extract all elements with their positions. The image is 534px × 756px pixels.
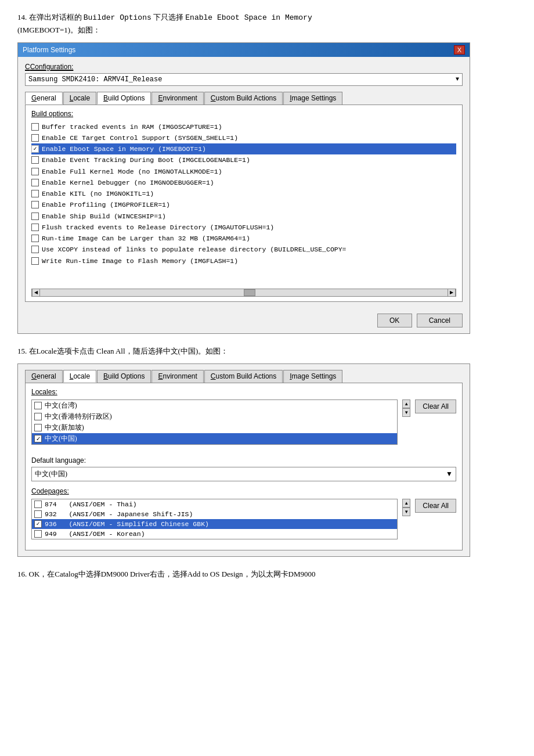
default-lang-value: 中文(中国) bbox=[35, 469, 67, 479]
section14-text3: (IMGEBOOT=1)。如图： bbox=[17, 26, 100, 34]
locale-item-singapore[interactable]: 中文(新加坡) bbox=[32, 422, 397, 433]
locale-scroll-down-icon[interactable]: ▼ bbox=[403, 408, 410, 416]
locale-label-taiwan: 中文(台湾) bbox=[45, 401, 77, 410]
locale-checkbox-hongkong[interactable] bbox=[34, 413, 42, 420]
locale-tab-locale[interactable]: Locale bbox=[63, 370, 96, 383]
codepages-scroll-up-icon[interactable]: ▲ bbox=[403, 499, 410, 507]
tab-locale[interactable]: Locale bbox=[63, 92, 96, 105]
option-row-1[interactable]: Buffer tracked events in RAM (IMGOSCAPTU… bbox=[31, 121, 456, 132]
locale-item-china[interactable]: ✓ 中文(中国) bbox=[32, 433, 397, 444]
tab-content-build-options: Build options: Buffer tracked events in … bbox=[25, 105, 463, 302]
horizontal-scrollbar[interactable]: ◀ ▶ bbox=[31, 289, 456, 297]
default-lang-label: Default language: bbox=[31, 456, 456, 465]
section14-text2: 下只选择 bbox=[153, 13, 183, 21]
codepages-scrollbar[interactable]: ▲ ▼ bbox=[402, 499, 410, 516]
locale-scroll-up-icon[interactable]: ▲ bbox=[403, 400, 410, 408]
option-row-11[interactable]: Run-time Image Can be Larger than 32 MB … bbox=[31, 233, 456, 244]
checkbox-13[interactable] bbox=[31, 257, 39, 265]
codepage-item-874[interactable]: 874 (ANSI/OEM - Thai) bbox=[32, 499, 397, 509]
tab-custom-build[interactable]: Custom Build Actions bbox=[204, 92, 283, 105]
clear-all-codepages-button[interactable]: Clear All bbox=[415, 499, 456, 513]
checkbox-7[interactable] bbox=[31, 190, 39, 197]
section15-text: 15. 在Locale选项卡点击 Clean All，随后选择中文(中国)。如图… bbox=[17, 345, 517, 358]
checkbox-1[interactable] bbox=[31, 123, 39, 131]
default-lang-dropdown[interactable]: 中文(中国) ▼ bbox=[31, 467, 456, 481]
codepage-checkbox-936[interactable]: ✓ bbox=[34, 520, 42, 528]
codepage-label-949: 949 (ANSI/OEM - Korean) bbox=[45, 530, 145, 538]
checkbox-8[interactable] bbox=[31, 201, 39, 208]
locale-tab-image-settings[interactable]: Image Settings bbox=[283, 370, 342, 383]
option-row-8[interactable]: Enable Profiling (IMGPROFILER=1) bbox=[31, 199, 456, 210]
option-row-12[interactable]: Use XCOPY instead of links to populate r… bbox=[31, 244, 456, 255]
locale-item-hongkong[interactable]: 中文(香港特别行政区) bbox=[32, 411, 397, 422]
scroll-left-icon[interactable]: ◀ bbox=[32, 289, 40, 297]
codepage-checkbox-949[interactable] bbox=[34, 530, 42, 538]
option-label-13: Write Run-time Image to Flash Memory (IM… bbox=[42, 256, 238, 266]
option-row-9[interactable]: Enable Ship Build (WINCESHIP=1) bbox=[31, 211, 456, 222]
locale-tab-environment[interactable]: Environment bbox=[151, 370, 203, 383]
locale-label-singapore: 中文(新加坡) bbox=[45, 423, 84, 432]
checkbox-3[interactable]: ✓ bbox=[31, 145, 39, 153]
option-label-12: Use XCOPY instead of links to populate r… bbox=[42, 244, 347, 254]
tab-environment[interactable]: Environment bbox=[151, 92, 203, 105]
config-label: CConfiguration: bbox=[25, 63, 463, 71]
option-label-5: Enable Full Kernel Mode (no IMGNOTALLKMO… bbox=[42, 167, 222, 177]
scroll-right-icon[interactable]: ▶ bbox=[448, 289, 456, 297]
locale-checkbox-taiwan[interactable] bbox=[34, 402, 42, 409]
cancel-button[interactable]: Cancel bbox=[417, 314, 463, 327]
tab-image-settings[interactable]: Image Settings bbox=[283, 92, 342, 105]
close-button[interactable]: X bbox=[454, 45, 465, 55]
checkbox-4[interactable] bbox=[31, 156, 39, 164]
options-list: Buffer tracked events in RAM (IMGOSCAPTU… bbox=[31, 121, 456, 267]
checkbox-10[interactable] bbox=[31, 224, 39, 231]
option-label-6: Enable Kernel Debugger (no IMGNODEBUGGER… bbox=[42, 178, 214, 188]
codepage-checkbox-932[interactable] bbox=[34, 510, 42, 518]
checkbox-9[interactable] bbox=[31, 213, 39, 220]
locale-tab-build-options[interactable]: Build Options bbox=[97, 370, 151, 383]
locale-checkbox-china[interactable]: ✓ bbox=[34, 435, 42, 442]
option-label-4: Enable Event Tracking During Boot (IMGCE… bbox=[42, 155, 250, 165]
build-options-label: Build options: bbox=[31, 110, 456, 118]
option-row-6[interactable]: Enable Kernel Debugger (no IMGNODEBUGGER… bbox=[31, 177, 456, 188]
option-row-5[interactable]: Enable Full Kernel Mode (no IMGNOTALLKMO… bbox=[31, 166, 456, 177]
locale-dialog: General Locale Build Options Environment… bbox=[17, 363, 470, 557]
option-label-8: Enable Profiling (IMGPROFILER=1) bbox=[42, 200, 170, 210]
codepage-checkbox-874[interactable] bbox=[34, 501, 42, 508]
section16-text: 16. OK，在Catalog中选择DM9000 Driver右击，选择Add … bbox=[17, 568, 517, 581]
locale-label-hongkong: 中文(香港特别行政区) bbox=[45, 412, 112, 421]
dialog-footer: OK Cancel bbox=[18, 308, 470, 333]
locale-tab-custom-build[interactable]: Custom Build Actions bbox=[204, 370, 283, 383]
option-row-10[interactable]: Flush tracked events to Release Director… bbox=[31, 222, 456, 233]
scroll-thumb bbox=[244, 289, 255, 296]
clear-all-locales-button[interactable]: Clear All bbox=[415, 399, 456, 413]
locale-checkbox-singapore[interactable] bbox=[34, 424, 42, 431]
tab-general[interactable]: General bbox=[25, 92, 63, 105]
section14-text: 14. 在弹出对话框的 Builder Options 下只选择 Enable … bbox=[17, 12, 517, 37]
checkbox-6[interactable] bbox=[31, 179, 39, 186]
checkbox-11[interactable] bbox=[31, 235, 39, 242]
section14-intro: 14. 在弹出对话框的 bbox=[17, 13, 82, 21]
option-row-13[interactable]: Write Run-time Image to Flash Memory (IM… bbox=[31, 255, 456, 267]
locale-item-taiwan[interactable]: 中文(台湾) bbox=[32, 400, 397, 411]
locale-tabs-container: General Locale Build Options Environment… bbox=[25, 370, 463, 383]
locale-list-container: 中文(台湾) 中文(香港特别行政区) 中文(新加坡) ✓ 中文(中国) bbox=[31, 399, 456, 445]
option-label-3: Enable Eboot Space in Memory (IMGEBOOT=1… bbox=[42, 144, 206, 154]
checkbox-12[interactable] bbox=[31, 246, 39, 253]
option-row-4[interactable]: Enable Event Tracking During Boot (IMGCE… bbox=[31, 154, 456, 165]
codepage-label-936: 936 (ANSI/OEM - Simplified Chinese GBK) bbox=[45, 520, 209, 528]
option-row-2[interactable]: Enable CE Target Control Support (SYSGEN… bbox=[31, 132, 456, 143]
platform-settings-dialog: Platform Settings X CConfiguration: Sams… bbox=[17, 42, 470, 334]
codepages-scroll-down-icon[interactable]: ▼ bbox=[403, 507, 410, 516]
codepage-item-949[interactable]: 949 (ANSI/OEM - Korean) bbox=[32, 529, 397, 539]
option-row-7[interactable]: Enable KITL (no IMGNOKITL=1) bbox=[31, 188, 456, 199]
config-dropdown[interactable]: Samsung SMDK2410: ARMV4I_Release ▼ bbox=[25, 73, 463, 86]
codepage-item-936[interactable]: ✓ 936 (ANSI/OEM - Simplified Chinese GBK… bbox=[32, 519, 397, 529]
checkbox-2[interactable] bbox=[31, 134, 39, 142]
locale-tab-general[interactable]: General bbox=[25, 370, 63, 383]
locale-scrollbar[interactable]: ▲ ▼ bbox=[402, 399, 410, 417]
tab-build-options[interactable]: Build Options bbox=[97, 92, 151, 105]
option-row-3[interactable]: ✓ Enable Eboot Space in Memory (IMGEBOOT… bbox=[31, 143, 456, 154]
ok-button[interactable]: OK bbox=[377, 314, 412, 327]
checkbox-5[interactable] bbox=[31, 168, 39, 175]
codepage-item-932[interactable]: 932 (ANSI/OEM - Japanese Shift-JIS) bbox=[32, 509, 397, 519]
